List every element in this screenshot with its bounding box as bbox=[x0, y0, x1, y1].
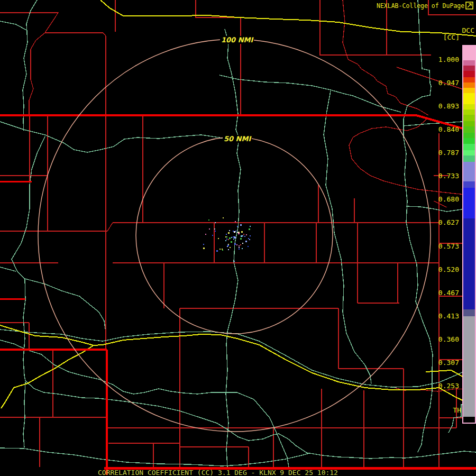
color-scale-value: 0.467 bbox=[427, 289, 459, 297]
color-scale-value: 0.573 bbox=[427, 242, 459, 250]
product-unit-label: [CC] bbox=[443, 33, 460, 41]
color-scale-value: 0.627 bbox=[427, 218, 459, 226]
color-scale-value: 0.947 bbox=[427, 79, 459, 87]
product-code-label: DCC bbox=[462, 26, 474, 34]
highway-yellow-lines bbox=[0, 0, 476, 408]
radar-viewer: 100 NMI 50 NMI NEXLAB-College of DuPage … bbox=[0, 0, 476, 476]
range-rings bbox=[38, 39, 431, 432]
color-scale-value: 0.787 bbox=[427, 149, 459, 157]
color-scale-value: 1.000 bbox=[427, 56, 459, 63]
range-ring-100nmi bbox=[38, 39, 431, 432]
major-highway-lines bbox=[0, 115, 476, 475]
color-scale-value: 0.680 bbox=[427, 195, 459, 203]
color-scale-value: 0.520 bbox=[427, 266, 459, 273]
corner-arrow-icon bbox=[465, 2, 473, 10]
range-ring-label-50nmi: 50 NMI bbox=[223, 135, 252, 143]
color-scale-bar bbox=[462, 45, 476, 424]
color-scale-gradient bbox=[463, 46, 475, 423]
range-ring-label-100nmi: 100 NMI bbox=[220, 36, 254, 44]
color-scale-value: 0.733 bbox=[427, 172, 459, 180]
radar-map-canvas bbox=[0, 0, 476, 476]
color-scale-value: 0.360 bbox=[427, 335, 459, 343]
color-scale-value: 0.893 bbox=[427, 102, 459, 110]
status-bar: CORRELATION COEFFICIENT (CC) 3.1 DEG - K… bbox=[98, 469, 338, 476]
color-scale-value: 0.307 bbox=[427, 359, 459, 367]
threshold-label: TH bbox=[453, 406, 461, 414]
color-scale-value: 0.253 bbox=[427, 382, 459, 390]
color-scale-value: 0.840 bbox=[427, 125, 459, 133]
page-title: NEXLAB-College of DuPage bbox=[377, 2, 464, 10]
color-scale-value: 0.413 bbox=[427, 312, 459, 320]
radar-echo-cluster bbox=[203, 217, 251, 262]
